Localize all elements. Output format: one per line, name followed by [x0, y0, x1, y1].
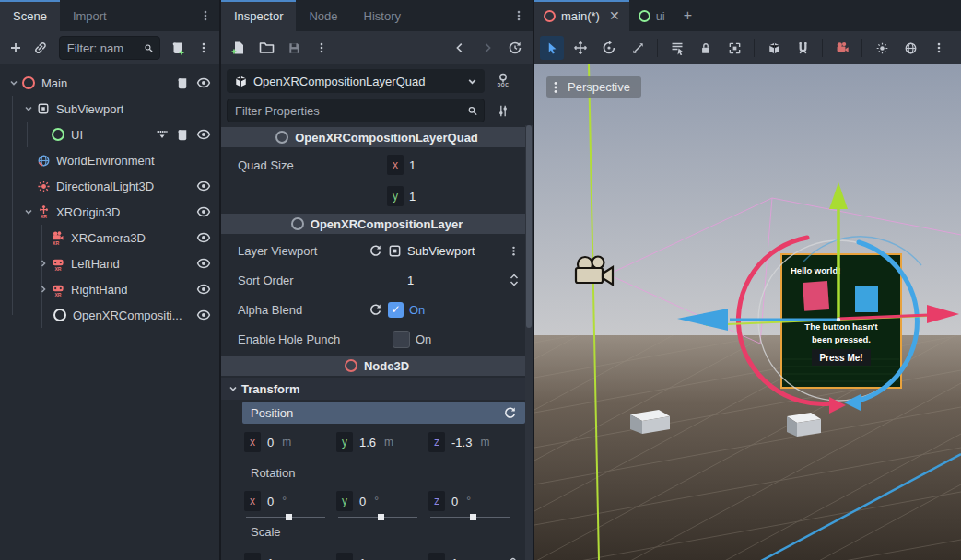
history-forward-button[interactable]	[475, 36, 499, 60]
tab-inspector[interactable]: Inspector	[221, 0, 296, 31]
perspective-menu-button[interactable]: Perspective	[546, 76, 641, 98]
viewport-3d[interactable]: Hello world! The button hasn't been pres…	[534, 64, 961, 560]
rotation-label[interactable]: Rotation	[221, 459, 533, 486]
scene-filter-input[interactable]	[65, 41, 145, 56]
inspector-scrollbar[interactable]	[525, 125, 533, 560]
category-openxrcompositionlayer[interactable]: OpenXRCompositionLayer	[221, 214, 533, 234]
scale-tool-button[interactable]	[626, 36, 650, 60]
alpha-blend-checkbox[interactable]: ✓	[388, 302, 404, 318]
filter-properties-input[interactable]	[233, 103, 467, 119]
layer-viewport-value[interactable]: SubViewport	[407, 244, 475, 258]
category-node3d[interactable]: Node3D	[221, 356, 533, 376]
scene-tree-menu-button[interactable]	[193, 36, 214, 60]
quad-size-x-field[interactable]: 1	[409, 158, 416, 172]
spinner-updown-icon[interactable]	[509, 274, 520, 286]
tree-row-subviewport[interactable]: SubViewport	[0, 96, 219, 122]
hole-punch-checkbox[interactable]	[393, 331, 410, 348]
position-property-row[interactable]: Position	[242, 402, 525, 424]
tree-row-openxrcompositionlayerquad selected[interactable]: OpenXRCompositi...	[0, 302, 219, 328]
add-node-button[interactable]	[6, 36, 27, 60]
property-tools-button[interactable]	[490, 99, 516, 122]
revert-icon[interactable]	[369, 303, 382, 317]
visibility-eye-icon[interactable]	[196, 256, 211, 271]
sun-environment-menu-button[interactable]	[927, 36, 951, 60]
white-box-right[interactable]	[787, 413, 821, 437]
position-y-field[interactable]: 1.6	[359, 436, 376, 449]
revert-icon[interactable]	[503, 406, 517, 420]
rotation-x-field[interactable]: 0	[267, 495, 274, 508]
scale-z-field[interactable]: 1	[451, 556, 458, 560]
local-space-button[interactable]	[762, 36, 786, 60]
scale-x-field[interactable]: 1	[267, 556, 274, 560]
scale-y-field[interactable]: 1	[359, 556, 366, 560]
tree-row-xrorigin3d[interactable]: XR XROrigin3D	[0, 199, 219, 225]
tree-row-xrcamera3d[interactable]: XR XRCamera3D	[0, 225, 219, 251]
open-documentation-button[interactable]: DOC	[490, 68, 516, 92]
save-resource-button[interactable]	[282, 36, 306, 60]
move-tool-button[interactable]	[568, 36, 592, 60]
rotation-z-field[interactable]: 0	[451, 495, 458, 508]
tab-node[interactable]: Node	[296, 0, 350, 31]
new-scene-tab-button[interactable]: +	[674, 0, 701, 31]
scrollbar-thumb[interactable]	[526, 125, 532, 328]
category-openxrcompositionlayerquad[interactable]: OpenXRCompositionLayerQuad	[221, 127, 533, 147]
close-tab-icon[interactable]: ✕	[609, 8, 620, 23]
chevron-right-icon[interactable]	[37, 259, 50, 268]
new-resource-button[interactable]	[227, 36, 251, 60]
chevron-down-icon[interactable]	[22, 104, 35, 113]
edit-history-button[interactable]	[503, 36, 527, 60]
rotation-y-slider[interactable]	[338, 517, 417, 518]
tree-row-main[interactable]: Main	[0, 70, 219, 96]
visibility-eye-icon[interactable]	[196, 282, 211, 297]
script-icon[interactable]	[176, 128, 190, 142]
scene-tab-main[interactable]: main(*) ✕	[534, 0, 629, 31]
scale-label[interactable]: Scale	[221, 516, 533, 547]
instanced-scene-icon[interactable]	[155, 127, 170, 142]
inspector-dock-menu-button[interactable]	[505, 0, 533, 31]
tree-row-righthand[interactable]: XR RightHand	[0, 276, 219, 302]
tab-history[interactable]: History	[351, 0, 414, 31]
rotate-tool-button[interactable]	[597, 36, 621, 60]
attach-script-button[interactable]	[168, 36, 189, 60]
tree-row-ui[interactable]: UI	[0, 122, 219, 147]
preview-camera-button[interactable]	[830, 36, 854, 60]
position-z-field[interactable]: -1.3	[451, 436, 472, 449]
scene-tab-ui[interactable]: ui	[629, 0, 674, 31]
preview-environment-button[interactable]	[898, 36, 922, 60]
lock-selected-button[interactable]	[694, 36, 718, 60]
instance-scene-button[interactable]	[30, 36, 52, 60]
script-icon[interactable]	[176, 76, 190, 90]
history-back-button[interactable]	[448, 36, 472, 60]
chevron-down-icon[interactable]	[22, 207, 35, 216]
tab-import[interactable]: Import	[60, 0, 120, 31]
tab-scene[interactable]: Scene	[0, 0, 60, 31]
resource-menu-button[interactable]	[310, 36, 334, 60]
visibility-eye-icon[interactable]	[196, 308, 211, 322]
preview-sun-button[interactable]	[870, 36, 894, 60]
snap-toggle-button[interactable]	[791, 36, 815, 60]
group-selected-button[interactable]	[722, 36, 746, 60]
select-tool-button[interactable]	[540, 36, 564, 60]
transform-group-header[interactable]: Transform	[221, 378, 533, 400]
tree-row-directionallight3d[interactable]: DirectionalLight3D	[0, 173, 219, 199]
list-select-button[interactable]	[665, 36, 689, 60]
sort-order-field[interactable]: 1	[407, 274, 414, 287]
kebab-menu-icon[interactable]	[508, 245, 520, 257]
chevron-down-icon[interactable]	[7, 78, 20, 88]
revert-icon[interactable]	[369, 244, 382, 258]
quad-size-y-field[interactable]: 1	[409, 190, 416, 204]
visibility-eye-icon[interactable]	[196, 76, 211, 90]
tree-row-lefthand[interactable]: XR LeftHand	[0, 251, 219, 276]
visibility-eye-icon[interactable]	[196, 127, 211, 142]
scene-dock-menu-button[interactable]	[192, 0, 219, 31]
load-resource-button[interactable]	[254, 36, 278, 60]
visibility-eye-icon[interactable]	[196, 204, 211, 219]
position-x-field[interactable]: 0	[267, 436, 274, 449]
tree-row-worldenvironment[interactable]: WorldEnvironment	[0, 147, 219, 173]
node-type-dropdown[interactable]: OpenXRCompositionLayerQuad	[227, 69, 485, 93]
gizmo-center[interactable]	[837, 318, 840, 321]
chevron-right-icon[interactable]	[37, 285, 50, 294]
visibility-eye-icon[interactable]	[196, 179, 211, 193]
rotation-z-slider[interactable]	[430, 517, 510, 518]
rotation-y-field[interactable]: 0	[359, 495, 366, 508]
